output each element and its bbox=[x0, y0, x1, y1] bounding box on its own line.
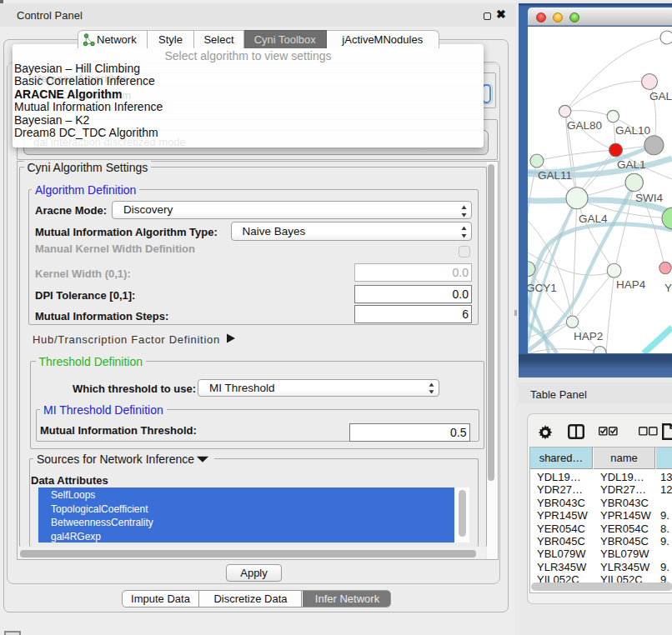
svg-text:GAL4: GAL4 bbox=[579, 212, 608, 225]
svg-text:HAP4: HAP4 bbox=[616, 278, 646, 291]
svg-text:GAL10: GAL10 bbox=[615, 124, 650, 137]
svg-text:GAL11: GAL11 bbox=[538, 169, 572, 182]
svg-text:SWI4: SWI4 bbox=[635, 192, 663, 204]
svg-text:GAL1: GAL1 bbox=[617, 158, 646, 171]
svg-text:HAP2: HAP2 bbox=[574, 330, 603, 342]
svg-text:GAL7: GAL7 bbox=[649, 90, 672, 102]
svg-text:GCY1: GCY1 bbox=[528, 282, 557, 294]
svg-text:GAL80: GAL80 bbox=[567, 119, 602, 132]
svg-text:Y: Y bbox=[664, 282, 672, 294]
